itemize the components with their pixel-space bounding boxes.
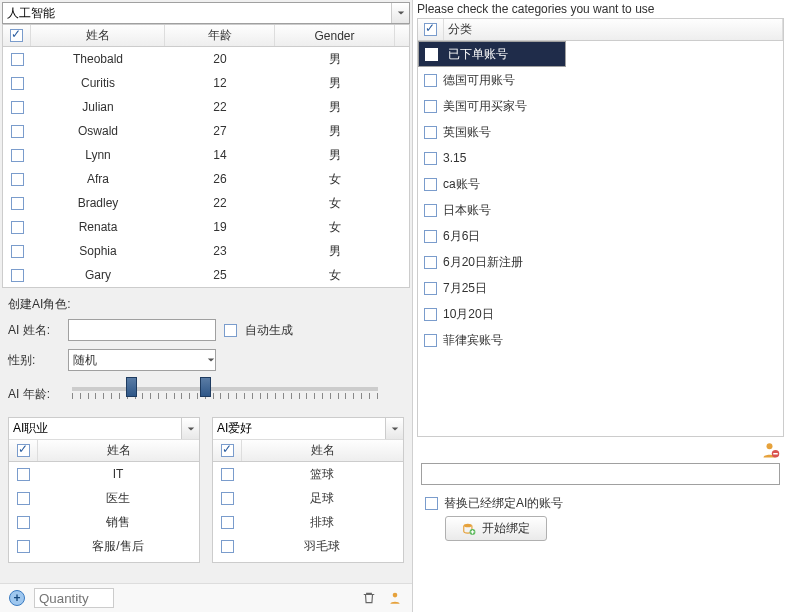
category-label: 10月20日 [443, 306, 494, 323]
job-select-all[interactable] [17, 444, 30, 457]
chevron-down-icon[interactable] [385, 418, 403, 439]
row-checkbox[interactable] [11, 125, 24, 138]
trash-icon[interactable] [360, 589, 378, 607]
cell-age: 25 [165, 268, 275, 282]
row-checkbox[interactable] [11, 269, 24, 282]
category-checkbox[interactable] [425, 48, 438, 61]
item-checkbox[interactable] [221, 492, 234, 505]
item-checkbox[interactable] [17, 540, 30, 553]
row-checkbox[interactable] [11, 221, 24, 234]
table-row[interactable]: Gary25女 [3, 263, 409, 287]
category-row[interactable]: 英国账号 [418, 119, 783, 145]
category-row[interactable]: 已下单账号 [418, 41, 566, 67]
category-row[interactable]: 德国可用账号 [418, 67, 783, 93]
category-checkbox[interactable] [424, 152, 437, 165]
list-item[interactable]: 羽毛球 [213, 534, 403, 558]
hobby-combo[interactable] [213, 418, 385, 439]
category-row[interactable]: 10月20日 [418, 301, 783, 327]
hobby-select-all[interactable] [221, 444, 234, 457]
col-age[interactable]: 年龄 [165, 25, 275, 46]
chevron-down-icon[interactable] [181, 418, 199, 439]
item-label: IT [37, 467, 199, 481]
table-row[interactable]: Afra26女 [3, 167, 409, 191]
category-checkbox[interactable] [424, 126, 437, 139]
item-checkbox[interactable] [17, 492, 30, 505]
table-row[interactable]: Sophia23男 [3, 239, 409, 263]
item-label: 足球 [241, 490, 403, 507]
category-row[interactable]: 日本账号 [418, 197, 783, 223]
quantity-input[interactable] [34, 588, 114, 608]
row-checkbox[interactable] [11, 245, 24, 258]
col-name[interactable]: 姓名 [31, 25, 165, 46]
ai-name-input[interactable] [68, 319, 216, 341]
item-label: 客服/售后 [37, 538, 199, 555]
cell-age: 22 [165, 196, 275, 210]
category-checkbox[interactable] [424, 74, 437, 87]
category-row[interactable]: 7月25日 [418, 275, 783, 301]
category-checkbox[interactable] [424, 308, 437, 321]
row-checkbox[interactable] [11, 77, 24, 90]
item-checkbox[interactable] [17, 468, 30, 481]
remove-user-icon[interactable] [762, 441, 780, 459]
list-item[interactable]: 销售 [9, 510, 199, 534]
select-all-checkbox[interactable] [10, 29, 23, 42]
range-thumb-min[interactable] [126, 377, 137, 397]
category-checkbox[interactable] [424, 100, 437, 113]
row-checkbox[interactable] [11, 173, 24, 186]
user-icon[interactable] [386, 589, 404, 607]
row-checkbox[interactable] [11, 197, 24, 210]
account-input[interactable] [421, 463, 780, 485]
col-gender[interactable]: Gender [275, 25, 395, 46]
add-button[interactable]: + [8, 589, 26, 607]
gender-select[interactable]: 随机 [68, 349, 216, 371]
replace-checkbox[interactable] [425, 497, 438, 510]
row-checkbox[interactable] [11, 149, 24, 162]
category-checkbox[interactable] [424, 178, 437, 191]
table-row[interactable]: Curitis12男 [3, 71, 409, 95]
combo-arrow-icon[interactable] [391, 3, 409, 23]
table-row[interactable]: Oswald27男 [3, 119, 409, 143]
start-bind-button[interactable]: 开始绑定 [445, 516, 547, 541]
list-item[interactable]: 客服/售后 [9, 534, 199, 558]
category-checkbox[interactable] [424, 256, 437, 269]
age-range-slider[interactable] [72, 379, 378, 409]
list-item[interactable]: 足球 [213, 486, 403, 510]
job-combo[interactable] [9, 418, 181, 439]
category-row[interactable]: ca账号 [418, 171, 783, 197]
ai-source-combo[interactable] [3, 3, 391, 23]
category-checkbox[interactable] [424, 334, 437, 347]
svg-rect-3 [773, 453, 778, 455]
chevron-down-icon[interactable] [207, 353, 215, 367]
category-row[interactable]: 美国可用买家号 [418, 93, 783, 119]
category-row[interactable]: 3.15 [418, 145, 783, 171]
table-row[interactable]: Theobald20男 [3, 47, 409, 71]
category-checkbox[interactable] [424, 204, 437, 217]
category-row[interactable]: 6月20日新注册 [418, 249, 783, 275]
list-item[interactable]: 篮球 [213, 462, 403, 486]
table-row[interactable]: Lynn14男 [3, 143, 409, 167]
table-row[interactable]: Bradley22女 [3, 191, 409, 215]
list-item[interactable]: 排球 [213, 510, 403, 534]
table-row[interactable]: Renata19女 [3, 215, 409, 239]
item-checkbox[interactable] [221, 516, 234, 529]
cell-name: Julian [31, 100, 165, 114]
category-checkbox[interactable] [424, 230, 437, 243]
list-item[interactable]: 医生 [9, 486, 199, 510]
category-row[interactable]: 菲律宾账号 [418, 327, 783, 353]
row-checkbox[interactable] [11, 53, 24, 66]
age-label: AI 年龄: [8, 386, 60, 403]
row-checkbox[interactable] [11, 101, 24, 114]
category-row[interactable]: 6月6日 [418, 223, 783, 249]
cat-select-all[interactable] [424, 23, 437, 36]
item-checkbox[interactable] [17, 516, 30, 529]
list-item[interactable]: IT [9, 462, 199, 486]
item-checkbox[interactable] [221, 468, 234, 481]
auto-generate-checkbox[interactable] [224, 324, 237, 337]
table-row[interactable]: Julian22男 [3, 95, 409, 119]
cell-name: Afra [31, 172, 165, 186]
item-checkbox[interactable] [221, 540, 234, 553]
cell-name: Curitis [31, 76, 165, 90]
category-checkbox[interactable] [424, 282, 437, 295]
range-thumb-max[interactable] [200, 377, 211, 397]
category-label: 菲律宾账号 [443, 332, 503, 349]
